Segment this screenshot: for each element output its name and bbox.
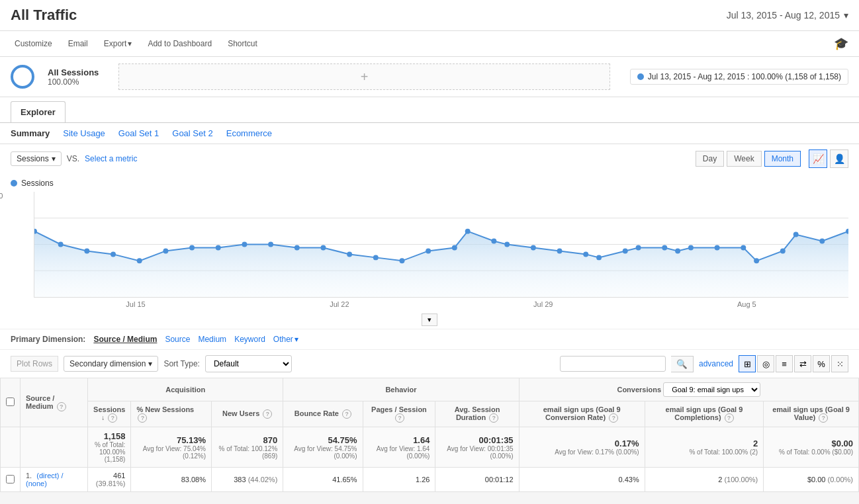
- select-all-checkbox[interactable]: [6, 398, 15, 406]
- list-view-button[interactable]: ◎: [757, 355, 774, 372]
- table-search-button[interactable]: 🔍: [671, 356, 694, 372]
- sub-tab-summary[interactable]: Summary: [11, 128, 50, 138]
- totals-new-users: 870 % of Total: 100.12% (869): [212, 427, 283, 468]
- svg-point-11: [216, 245, 221, 250]
- sub-tab-ecommerce[interactable]: Ecommerce: [226, 128, 272, 138]
- sessions-label: Sessions: [17, 154, 49, 163]
- customize-button[interactable]: Customize: [11, 36, 56, 51]
- sub-tab-goal-set-1[interactable]: Goal Set 1: [118, 128, 159, 138]
- row-new-users: 383 (44.02%): [212, 468, 283, 492]
- chevron-down-icon: ▾: [294, 335, 298, 344]
- metric-selector: Sessions ▾ VS. Select a metric: [11, 151, 137, 166]
- dim-source[interactable]: Source: [165, 335, 190, 344]
- chart-area: Sessions 100 50: [0, 173, 859, 329]
- secondary-dimension-dropdown[interactable]: Secondary dimension ▾: [64, 356, 158, 372]
- dim-source-medium[interactable]: Source / Medium: [93, 335, 157, 344]
- scatter-view-button[interactable]: ⁙: [831, 355, 848, 372]
- add-segment-area[interactable]: +: [118, 63, 610, 90]
- add-to-dashboard-button[interactable]: Add to Dashboard: [144, 36, 216, 51]
- sessions-chart-label: Sessions: [21, 179, 54, 188]
- sessions-metric-dropdown[interactable]: Sessions ▾: [11, 151, 62, 166]
- explorer-tab[interactable]: Explorer: [11, 101, 66, 122]
- row-checkbox[interactable]: [6, 475, 15, 483]
- explorer-tab-wrap: Explorer: [0, 97, 859, 123]
- totals-pages-session: 1.64 Avg for View: 1.64 (0.00%): [363, 427, 435, 468]
- sort-type-label: Sort Type:: [163, 359, 199, 368]
- svg-point-22: [491, 239, 496, 244]
- svg-point-10: [189, 245, 195, 250]
- grid-view-button[interactable]: ⊞: [739, 355, 756, 372]
- other-dropdown[interactable]: Other ▾: [273, 335, 298, 344]
- row-checkbox-cell: [1, 468, 21, 492]
- date-range: Jul 13, 2015 - Aug 12, 2015 ▾: [727, 10, 848, 21]
- svg-point-21: [465, 229, 471, 234]
- email-button[interactable]: Email: [64, 36, 92, 51]
- scroll-down-button[interactable]: ▾: [422, 314, 437, 326]
- page-title: All Traffic: [11, 7, 77, 24]
- table-search-input[interactable]: [560, 356, 666, 372]
- plot-rows-button: Plot Rows: [11, 356, 58, 372]
- chevron-down-icon: ▾: [128, 39, 132, 48]
- svg-point-36: [780, 248, 786, 253]
- behavior-header: Behavior: [283, 378, 519, 401]
- bar-view-button[interactable]: ≡: [776, 355, 793, 372]
- pages-session-col-header[interactable]: Pages / Session ?: [363, 401, 435, 427]
- pct-new-help-icon[interactable]: ?: [138, 413, 147, 423]
- chart-wrapper: 100 50: [11, 192, 848, 311]
- goal-selector-dropdown[interactable]: Goal 9: email sign ups: [663, 382, 760, 397]
- source-medium-help[interactable]: ?: [57, 402, 66, 411]
- new-users-help-icon[interactable]: ?: [263, 409, 272, 419]
- totals-row: 1,158 % of Total: 100.00% (1,158) 75.13%…: [1, 427, 859, 468]
- time-and-chart-controls: Day Week Month 📈 👤: [696, 149, 848, 168]
- month-button[interactable]: Month: [764, 151, 801, 167]
- pages-session-help-icon[interactable]: ?: [395, 413, 404, 423]
- svg-point-9: [163, 248, 168, 253]
- source-medium-header: Source / Medium ?: [21, 378, 88, 427]
- svg-point-13: [268, 242, 273, 247]
- advanced-link[interactable]: advanced: [699, 359, 733, 368]
- table-row: 1. (direct) / (none) 461 (39.81%) 83.08%…: [1, 468, 859, 492]
- sessions-help-icon[interactable]: ?: [108, 413, 117, 423]
- acquisition-header: Acquisition: [88, 378, 283, 401]
- checkbox-header: [1, 378, 21, 427]
- percent-view-button[interactable]: %: [813, 355, 830, 372]
- bounce-rate-col-header[interactable]: Bounce Rate ?: [283, 401, 363, 427]
- svg-point-23: [504, 242, 510, 247]
- conv-rate-help-icon[interactable]: ?: [609, 413, 618, 423]
- sessions-dot: [11, 180, 17, 187]
- new-users-col-header[interactable]: New Users ?: [212, 401, 283, 427]
- bounce-rate-help-icon[interactable]: ?: [342, 409, 351, 419]
- pie-chart-button[interactable]: 👤: [830, 149, 848, 168]
- completions-help-icon[interactable]: ?: [725, 413, 734, 423]
- avg-duration-col-header[interactable]: Avg. Session Duration ?: [435, 401, 519, 427]
- sessions-chart-legend: Sessions: [11, 179, 848, 188]
- sub-tab-goal-set-2[interactable]: Goal Set 2: [172, 128, 212, 138]
- sub-tab-site-usage[interactable]: Site Usage: [63, 128, 105, 138]
- svg-point-37: [793, 232, 799, 237]
- totals-conv-rate: 0.17% Avg for View: 0.17% (0.00%): [519, 427, 645, 468]
- pct-new-sessions-col-header[interactable]: % New Sessions ?: [131, 401, 212, 427]
- conv-rate-col-header[interactable]: email sign ups (Goal 9 Conversion Rate) …: [519, 401, 645, 427]
- legend-text: Jul 13, 2015 - Aug 12, 2015 : 100.00% (1…: [648, 72, 841, 81]
- completions-col-header[interactable]: email sign ups (Goal 9 Completions) ?: [645, 401, 764, 427]
- goal-value-help-icon[interactable]: ?: [819, 413, 828, 423]
- compare-view-button[interactable]: ⇄: [794, 355, 811, 372]
- totals-sessions: 1,158 % of Total: 100.00% (1,158): [88, 427, 131, 468]
- sessions-col-header[interactable]: Sessions ↓ ?: [88, 401, 131, 427]
- day-button[interactable]: Day: [696, 151, 724, 167]
- conversions-header: Conversions Goal 9: email sign ups: [519, 378, 858, 401]
- dim-keyword[interactable]: Keyword: [234, 335, 265, 344]
- svg-point-29: [636, 245, 641, 250]
- export-dropdown[interactable]: Export ▾: [100, 36, 136, 51]
- line-chart-button[interactable]: 📈: [809, 149, 827, 168]
- totals-bounce-rate: 54.75% Avg for View: 54.75% (0.00%): [283, 427, 363, 468]
- goal-value-col-header[interactable]: email sign ups (Goal 9 Value) ?: [764, 401, 859, 427]
- dim-medium[interactable]: Medium: [198, 335, 226, 344]
- avg-duration-help-icon[interactable]: ?: [489, 413, 498, 423]
- shortcut-button[interactable]: Shortcut: [224, 36, 261, 51]
- week-button[interactable]: Week: [727, 151, 761, 167]
- chart-type-buttons: 📈 👤: [809, 149, 848, 168]
- sort-type-dropdown[interactable]: Default Weighted Absolute Change Smart: [205, 355, 292, 372]
- chevron-down-icon[interactable]: ▾: [844, 10, 848, 21]
- select-metric-link[interactable]: Select a metric: [85, 154, 137, 163]
